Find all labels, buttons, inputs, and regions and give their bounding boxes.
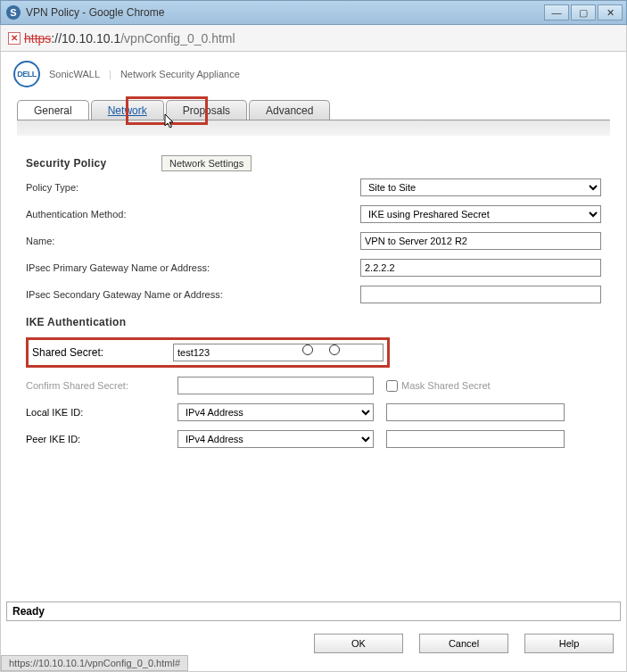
link-status-hint: https://10.10.10.1/vpnConfig_0_0.html# [1,655,188,671]
label-local-ike-id: Local IKE ID: [26,407,177,418]
form-panel: Security Policy Policy Type: Site to Sit… [1,136,626,448]
select-peer-ike-id-type[interactable]: IPv4 Address [177,430,374,448]
help-button[interactable]: Help [524,634,614,653]
tab-strip [17,120,610,136]
dell-logo-icon: DELL [13,61,40,87]
brand-bar: DELL SonicWALL | Network Security Applia… [1,52,626,96]
brand-product: SonicWALL [49,69,100,79]
minimize-button[interactable]: — [544,4,569,21]
dialog-button-row: OK Cancel Help [314,634,614,653]
label-primary-gateway: IPsec Primary Gateway Name or Address: [26,262,258,273]
label-mask-shared-secret: Mask Shared Secret [401,380,491,391]
select-local-ike-id-type[interactable]: IPv4 Address [177,403,374,421]
address-bar[interactable]: ✕ https ://10.10.10.1 /vpnConfig_0_0.htm… [0,25,627,52]
label-policy-type: Policy Type: [26,182,204,193]
window-titlebar: S VPN Policy - Google Chrome — ▢ ✕ [0,0,627,25]
highlight-box-shared-secret: Shared Secret: [26,337,390,368]
maximize-button[interactable]: ▢ [571,4,596,21]
input-shared-secret[interactable] [173,344,384,361]
tab-row: General Network Proposals Advanced [17,100,610,120]
tab-advanced[interactable]: Advanced [249,100,330,120]
window-title: VPN Policy - Google Chrome [26,6,544,19]
label-name: Name: [26,236,204,246]
page-content: DELL SonicWALL | Network Security Applia… [0,52,627,672]
tab-proposals[interactable]: Proposals [166,100,247,120]
tooltip-network-settings: Network Settings [161,155,252,171]
url-host: ://10.10.10.1 [51,31,120,46]
input-confirm-shared-secret [177,377,374,394]
section-security-policy: Security Policy [26,157,601,170]
select-auth-method[interactable]: IKE using Preshared Secret [360,205,601,223]
input-primary-gateway[interactable] [360,259,601,277]
label-auth-method: Authentication Method: [26,209,204,220]
checkbox-mask-shared-secret[interactable] [386,380,398,392]
label-secondary-gateway: IPsec Secondary Gateway Name or Address: [26,289,258,300]
close-button[interactable]: ✕ [598,4,623,21]
select-policy-type[interactable]: Site to Site [360,178,601,196]
input-secondary-gateway[interactable] [360,286,601,303]
input-name[interactable] [360,232,601,250]
chrome-favicon-icon: S [6,5,21,20]
input-peer-ike-id[interactable] [386,430,565,448]
brand-separator: | [109,69,111,79]
status-bar: Ready [6,601,621,621]
ok-button[interactable]: OK [314,634,403,653]
section-ike-authentication: IKE Authentication [26,316,601,328]
url-scheme: https [24,31,51,46]
tab-general[interactable]: General [17,100,89,120]
brand-subtitle: Network Security Appliance [120,69,240,79]
cancel-button[interactable]: Cancel [419,634,508,653]
insecure-icon: ✕ [8,32,21,45]
label-confirm-shared-secret: Confirm Shared Secret: [26,380,177,391]
input-local-ike-id[interactable] [386,403,565,421]
url-path: /vpnConfig_0_0.html [120,31,235,46]
label-shared-secret: Shared Secret: [32,346,173,359]
label-peer-ike-id: Peer IKE ID: [26,434,177,444]
tab-network[interactable]: Network [91,100,164,120]
